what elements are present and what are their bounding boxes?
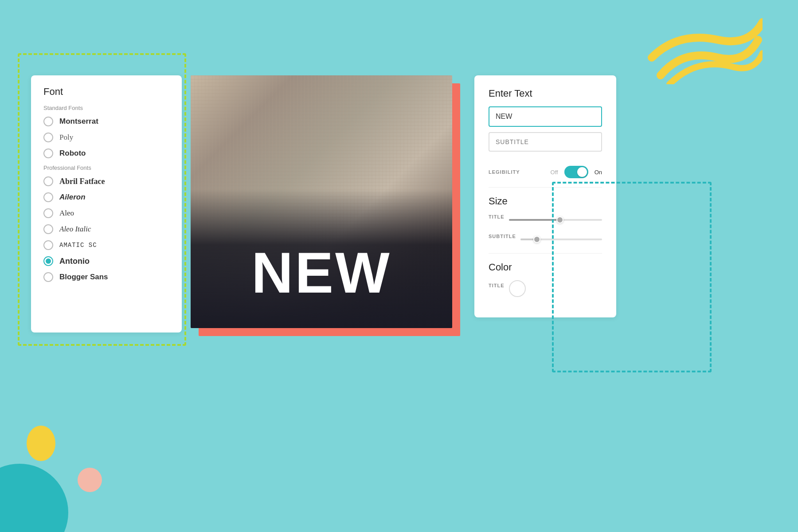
standard-fonts-label: Standard Fonts bbox=[43, 105, 169, 111]
font-name-aileron: Aileron bbox=[59, 193, 86, 202]
radio-antonio-inner bbox=[46, 258, 51, 264]
legibility-label: LEGIBILITY bbox=[489, 169, 544, 175]
radio-poly[interactable] bbox=[43, 133, 53, 142]
radio-amatic[interactable] bbox=[43, 240, 53, 250]
font-name-roboto: Roboto bbox=[59, 149, 86, 158]
radio-aileron[interactable] bbox=[43, 192, 53, 202]
font-option-roboto[interactable]: Roboto bbox=[43, 149, 169, 158]
font-name-poly: Poly bbox=[59, 133, 73, 142]
main-layout: Font Standard Fonts Montserrat Poly Robo… bbox=[31, 75, 767, 337]
size-section: Size TITLE SUBTITLE bbox=[489, 196, 602, 245]
image-area: NEW bbox=[191, 75, 466, 337]
radio-antonio[interactable] bbox=[43, 256, 53, 266]
font-option-aleo-italic[interactable]: Aleo Italic bbox=[43, 224, 169, 234]
font-option-poly[interactable]: Poly bbox=[43, 133, 169, 142]
image-placeholder: NEW bbox=[191, 75, 452, 328]
font-name-aleo: Aleo bbox=[59, 209, 74, 218]
radio-roboto[interactable] bbox=[43, 149, 53, 158]
font-option-amatic[interactable]: Amatic SC bbox=[43, 240, 169, 250]
right-panel: Enter Text LEGIBILITY Off On Size TITLE bbox=[474, 75, 616, 317]
font-name-abril: Abril Fatface bbox=[59, 177, 105, 186]
color-section: Color TITLE bbox=[489, 262, 602, 297]
font-option-antonio[interactable]: Antonio bbox=[43, 256, 169, 266]
deco-pink-oval bbox=[78, 468, 102, 492]
radio-blogger[interactable] bbox=[43, 272, 53, 282]
font-name-blogger: Blogger Sans bbox=[59, 273, 108, 282]
legibility-off-label: Off bbox=[551, 169, 558, 176]
subtitle-size-row: SUBTITLE bbox=[489, 234, 602, 245]
overlay-text: NEW bbox=[251, 244, 391, 301]
font-option-aileron[interactable]: Aileron bbox=[43, 192, 169, 202]
enter-text-title: Enter Text bbox=[489, 88, 602, 99]
deco-teal-circle bbox=[0, 464, 68, 532]
title-size-label: TITLE bbox=[489, 214, 505, 219]
image-container: NEW bbox=[191, 75, 452, 328]
font-name-montserrat: Montserrat bbox=[59, 117, 98, 126]
font-option-abril[interactable]: Abril Fatface bbox=[43, 176, 169, 186]
font-panel-title: Font bbox=[43, 86, 169, 98]
font-panel: Font Standard Fonts Montserrat Poly Robo… bbox=[31, 75, 182, 332]
size-title: Size bbox=[489, 196, 602, 207]
font-option-blogger[interactable]: Blogger Sans bbox=[43, 272, 169, 282]
title-size-fill bbox=[509, 219, 560, 221]
font-name-antonio: Antonio bbox=[59, 257, 90, 266]
title-size-row: TITLE bbox=[489, 214, 602, 226]
radio-montserrat[interactable] bbox=[43, 117, 53, 126]
radio-aleo-italic[interactable] bbox=[43, 224, 53, 234]
title-size-thumb[interactable] bbox=[556, 216, 563, 223]
deco-yellow-swirl bbox=[647, 13, 763, 84]
legibility-row: LEGIBILITY Off On bbox=[489, 164, 602, 178]
color-title: Color bbox=[489, 262, 602, 273]
radio-aleo[interactable] bbox=[43, 208, 53, 218]
title-size-track[interactable] bbox=[509, 219, 602, 221]
font-option-montserrat[interactable]: Montserrat bbox=[43, 117, 169, 126]
toggle-knob bbox=[577, 167, 587, 177]
divider-2 bbox=[489, 253, 602, 254]
subtitle-size-label: SUBTITLE bbox=[489, 234, 516, 239]
font-name-aleo-italic: Aleo Italic bbox=[59, 225, 91, 234]
radio-abril[interactable] bbox=[43, 176, 53, 186]
color-circle-title[interactable] bbox=[509, 280, 526, 297]
legibility-on-label: On bbox=[595, 169, 602, 176]
subtitle-size-track[interactable] bbox=[520, 239, 602, 240]
legibility-toggle[interactable] bbox=[564, 166, 588, 178]
subtitle-input[interactable] bbox=[489, 132, 602, 152]
font-option-aleo[interactable]: Aleo bbox=[43, 208, 169, 218]
subtitle-size-thumb[interactable] bbox=[533, 236, 540, 243]
color-title-label: TITLE bbox=[489, 283, 505, 288]
title-input[interactable] bbox=[489, 106, 602, 127]
deco-yellow-oval bbox=[27, 426, 55, 461]
font-name-amatic: Amatic SC bbox=[59, 242, 97, 249]
color-title-row: TITLE bbox=[489, 280, 602, 297]
divider-1 bbox=[489, 187, 602, 188]
professional-fonts-label: Professional Fonts bbox=[43, 164, 169, 171]
